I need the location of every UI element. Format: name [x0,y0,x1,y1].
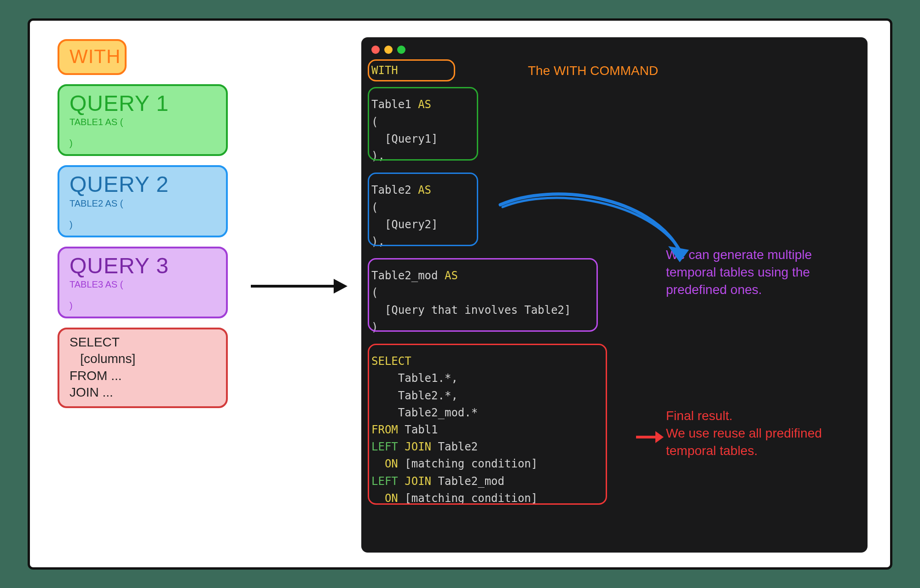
from-tbl: Tabl1 [398,423,438,436]
kw-as-1: AS [418,98,431,111]
query3-block: QUERY 3 TABLE3 AS ( ) [58,247,228,318]
kw-join-1: JOIN [405,440,431,453]
on2-cond: [matching condition] [398,492,538,505]
cte1-close: ), [371,150,385,162]
arrow-head-icon [334,279,347,294]
kw-with: WITH [371,64,398,77]
annotation-final: Final result. We use reuse all predifine… [666,407,864,459]
cte3-close: ) [371,321,378,334]
final-query-text: SELECT [columns] FROM ... JOIN ... [69,334,216,401]
minimize-icon [384,46,393,54]
query3-header: QUERY 3 [69,253,216,278]
code-area: WITH Table1 AS ( [Query1] ), Table2 AS (… [371,62,857,507]
diagram-frame: WITH QUERY 1 TABLE1 AS ( ) QUERY 2 TABLE… [28,18,892,570]
query1-sub: TABLE1 AS ( ) [69,117,216,149]
annotation-with: The WITH COMMAND [528,62,658,80]
kw-as-2: AS [418,184,431,196]
kw-on-2: ON [385,492,398,505]
cte2-close: ), [371,235,385,248]
query3-sub: TABLE3 AS ( ) [69,279,216,311]
kw-left-2: LEFT [371,475,405,488]
select-cols: Table1.*, Table2.*, Table2_mod.* [371,372,478,419]
terminal-window: WITH Table1 AS ( [Query1] ), Table2 AS (… [361,37,868,553]
cte2-open: ( [371,201,378,214]
zoom-icon [397,46,405,54]
cte3-name: Table2_mod [371,269,438,282]
query1-header: QUERY 1 [69,91,216,116]
kw-left-1: LEFT [371,440,405,453]
cte1-body: [Query1] [371,133,438,145]
query1-block: QUERY 1 TABLE1 AS ( ) [58,84,228,156]
cte3-body: [Query that involves Table2] [371,304,571,317]
on1-cond: [matching condition] [398,457,538,470]
window-traffic-lights [371,46,857,54]
query2-header: QUERY 2 [69,172,216,197]
cte1-open: ( [371,115,378,128]
kw-join-2: JOIN [405,475,431,488]
kw-from: FROM [371,423,398,436]
cte2-body: [Query2] [371,218,438,231]
join2-tbl: Table2_mod [431,475,504,488]
cte1-name: Table1 [371,98,411,111]
join1-tbl: Table2 [431,440,478,453]
with-label: WITH [69,46,115,68]
kw-on-1: ON [385,457,398,470]
left-column: WITH QUERY 1 TABLE1 AS ( ) QUERY 2 TABLE… [58,39,228,417]
flow-arrow [251,283,347,289]
arrow-shaft [251,285,334,288]
cte3-open: ( [371,286,378,299]
kw-as-3: AS [445,269,458,282]
annotation-multi: We can generate multiple temporal tables… [666,246,864,298]
close-icon [371,46,380,54]
query2-block: QUERY 2 TABLE2 AS ( ) [58,165,228,237]
cte2-name: Table2 [371,184,411,196]
kw-select: SELECT [371,355,411,368]
final-query-block: SELECT [columns] FROM ... JOIN ... [58,328,228,409]
query2-sub: TABLE2 AS ( ) [69,198,216,230]
with-block: WITH [58,39,127,75]
